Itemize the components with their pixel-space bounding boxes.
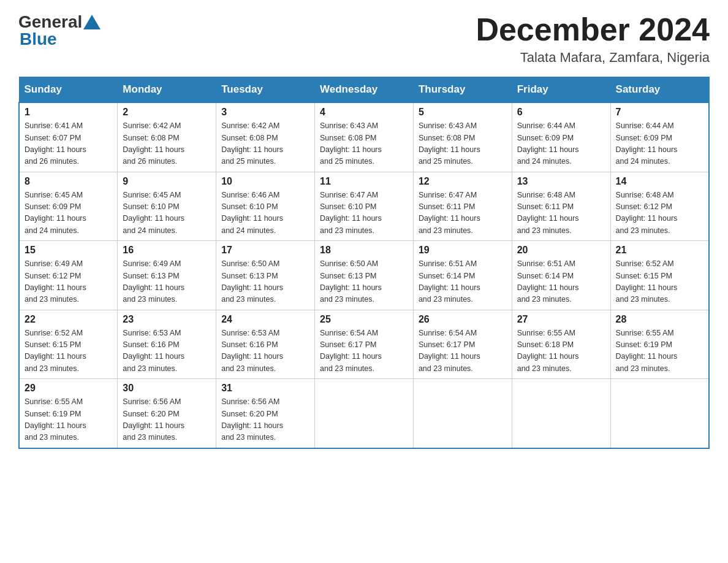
day-info: Sunrise: 6:49 AMSunset: 6:13 PMDaylight:… — [123, 259, 184, 304]
calendar-cell: 8 Sunrise: 6:45 AMSunset: 6:09 PMDayligh… — [19, 172, 118, 241]
calendar-cell: 25 Sunrise: 6:54 AMSunset: 6:17 PMDaylig… — [315, 310, 414, 379]
day-info: Sunrise: 6:46 AMSunset: 6:10 PMDaylight:… — [221, 191, 283, 235]
calendar-week-row: 8 Sunrise: 6:45 AMSunset: 6:09 PMDayligh… — [19, 172, 709, 241]
weekday-header-thursday: Thursday — [413, 77, 512, 103]
day-info: Sunrise: 6:52 AMSunset: 6:15 PMDaylight:… — [616, 259, 678, 304]
calendar-cell: 15 Sunrise: 6:49 AMSunset: 6:12 PMDaylig… — [19, 241, 118, 310]
day-number: 19 — [419, 245, 507, 256]
day-number: 10 — [221, 176, 309, 187]
calendar-cell: 9 Sunrise: 6:45 AMSunset: 6:10 PMDayligh… — [118, 172, 216, 241]
day-info: Sunrise: 6:49 AMSunset: 6:12 PMDaylight:… — [25, 259, 86, 304]
weekday-header-saturday: Saturday — [610, 77, 709, 103]
day-number: 25 — [320, 314, 408, 325]
day-number: 4 — [320, 107, 408, 118]
calendar-header-row: SundayMondayTuesdayWednesdayThursdayFrid… — [19, 77, 709, 103]
day-info: Sunrise: 6:43 AMSunset: 6:08 PMDaylight:… — [419, 121, 480, 166]
day-info: Sunrise: 6:51 AMSunset: 6:14 PMDaylight:… — [517, 259, 579, 304]
location-title: Talata Mafara, Zamfara, Nigeria — [476, 50, 710, 66]
day-info: Sunrise: 6:43 AMSunset: 6:08 PMDaylight:… — [320, 121, 382, 166]
calendar-cell: 10 Sunrise: 6:46 AMSunset: 6:10 PMDaylig… — [216, 172, 315, 241]
calendar-cell: 18 Sunrise: 6:50 AMSunset: 6:13 PMDaylig… — [315, 241, 414, 310]
day-info: Sunrise: 6:45 AMSunset: 6:09 PMDaylight:… — [25, 191, 86, 235]
day-info: Sunrise: 6:42 AMSunset: 6:08 PMDaylight:… — [221, 121, 283, 166]
day-info: Sunrise: 6:44 AMSunset: 6:09 PMDaylight:… — [616, 121, 678, 166]
calendar-week-row: 15 Sunrise: 6:49 AMSunset: 6:12 PMDaylig… — [19, 241, 709, 310]
day-number: 20 — [517, 245, 605, 256]
calendar-cell: 13 Sunrise: 6:48 AMSunset: 6:11 PMDaylig… — [512, 172, 610, 241]
day-number: 16 — [123, 245, 211, 256]
day-number: 27 — [517, 314, 605, 325]
calendar-cell: 31 Sunrise: 6:56 AMSunset: 6:20 PMDaylig… — [216, 379, 315, 448]
day-number: 17 — [221, 245, 309, 256]
day-info: Sunrise: 6:50 AMSunset: 6:13 PMDaylight:… — [221, 259, 283, 304]
calendar-cell: 6 Sunrise: 6:44 AMSunset: 6:09 PMDayligh… — [512, 102, 610, 172]
day-number: 26 — [419, 314, 507, 325]
calendar-cell: 20 Sunrise: 6:51 AMSunset: 6:14 PMDaylig… — [512, 241, 610, 310]
day-number: 2 — [123, 107, 211, 118]
calendar-cell: 11 Sunrise: 6:47 AMSunset: 6:10 PMDaylig… — [315, 172, 414, 241]
logo-blue: Blue — [20, 29, 57, 48]
day-number: 12 — [419, 176, 507, 187]
calendar-cell — [315, 379, 414, 448]
day-info: Sunrise: 6:55 AMSunset: 6:19 PMDaylight:… — [25, 397, 86, 442]
calendar-week-row: 29 Sunrise: 6:55 AMSunset: 6:19 PMDaylig… — [19, 379, 709, 448]
calendar-cell: 5 Sunrise: 6:43 AMSunset: 6:08 PMDayligh… — [413, 102, 512, 172]
calendar-cell: 21 Sunrise: 6:52 AMSunset: 6:15 PMDaylig… — [610, 241, 709, 310]
day-info: Sunrise: 6:50 AMSunset: 6:13 PMDaylight:… — [320, 259, 382, 304]
day-info: Sunrise: 6:54 AMSunset: 6:17 PMDaylight:… — [419, 329, 480, 373]
calendar-week-row: 1 Sunrise: 6:41 AMSunset: 6:07 PMDayligh… — [19, 102, 709, 172]
day-info: Sunrise: 6:52 AMSunset: 6:15 PMDaylight:… — [25, 329, 86, 373]
day-number: 7 — [616, 107, 703, 118]
day-number: 29 — [25, 383, 112, 394]
calendar-cell: 27 Sunrise: 6:55 AMSunset: 6:18 PMDaylig… — [512, 310, 610, 379]
day-number: 24 — [221, 314, 309, 325]
calendar-cell: 26 Sunrise: 6:54 AMSunset: 6:17 PMDaylig… — [413, 310, 512, 379]
day-info: Sunrise: 6:55 AMSunset: 6:19 PMDaylight:… — [616, 329, 678, 373]
weekday-header-monday: Monday — [118, 77, 216, 103]
day-number: 15 — [25, 245, 112, 256]
calendar-cell: 3 Sunrise: 6:42 AMSunset: 6:08 PMDayligh… — [216, 102, 315, 172]
calendar-cell — [610, 379, 709, 448]
day-info: Sunrise: 6:54 AMSunset: 6:17 PMDaylight:… — [320, 329, 382, 373]
title-block: December 2024 Talata Mafara, Zamfara, Ni… — [476, 12, 710, 66]
day-info: Sunrise: 6:42 AMSunset: 6:08 PMDaylight:… — [123, 121, 184, 166]
day-info: Sunrise: 6:53 AMSunset: 6:16 PMDaylight:… — [123, 329, 184, 373]
calendar-cell: 22 Sunrise: 6:52 AMSunset: 6:15 PMDaylig… — [19, 310, 118, 379]
day-number: 13 — [517, 176, 605, 187]
calendar-cell: 23 Sunrise: 6:53 AMSunset: 6:16 PMDaylig… — [118, 310, 216, 379]
day-number: 3 — [221, 107, 309, 118]
day-info: Sunrise: 6:41 AMSunset: 6:07 PMDaylight:… — [25, 121, 86, 166]
logo: General Blue — [18, 12, 102, 49]
day-number: 22 — [25, 314, 112, 325]
calendar-cell: 29 Sunrise: 6:55 AMSunset: 6:19 PMDaylig… — [19, 379, 118, 448]
day-number: 11 — [320, 176, 408, 187]
day-info: Sunrise: 6:56 AMSunset: 6:20 PMDaylight:… — [221, 397, 283, 442]
day-info: Sunrise: 6:51 AMSunset: 6:14 PMDaylight:… — [419, 259, 480, 304]
calendar-table: SundayMondayTuesdayWednesdayThursdayFrid… — [18, 77, 710, 449]
calendar-cell: 30 Sunrise: 6:56 AMSunset: 6:20 PMDaylig… — [118, 379, 216, 448]
day-info: Sunrise: 6:44 AMSunset: 6:09 PMDaylight:… — [517, 121, 579, 166]
calendar-cell — [512, 379, 610, 448]
calendar-cell: 17 Sunrise: 6:50 AMSunset: 6:13 PMDaylig… — [216, 241, 315, 310]
day-number: 5 — [419, 107, 507, 118]
weekday-header-friday: Friday — [512, 77, 610, 103]
calendar-cell: 28 Sunrise: 6:55 AMSunset: 6:19 PMDaylig… — [610, 310, 709, 379]
calendar-cell: 1 Sunrise: 6:41 AMSunset: 6:07 PMDayligh… — [19, 102, 118, 172]
day-number: 14 — [616, 176, 703, 187]
month-title: December 2024 — [476, 12, 710, 47]
calendar-cell: 16 Sunrise: 6:49 AMSunset: 6:13 PMDaylig… — [118, 241, 216, 310]
day-info: Sunrise: 6:47 AMSunset: 6:10 PMDaylight:… — [320, 191, 382, 235]
page-header: General Blue December 2024 Talata Mafara… — [18, 12, 710, 66]
calendar-cell: 19 Sunrise: 6:51 AMSunset: 6:14 PMDaylig… — [413, 241, 512, 310]
day-number: 21 — [616, 245, 703, 256]
weekday-header-sunday: Sunday — [19, 77, 118, 103]
weekday-header-tuesday: Tuesday — [216, 77, 315, 103]
calendar-cell — [413, 379, 512, 448]
day-number: 9 — [123, 176, 211, 187]
day-info: Sunrise: 6:48 AMSunset: 6:11 PMDaylight:… — [517, 191, 579, 235]
day-number: 8 — [25, 176, 112, 187]
weekday-header-wednesday: Wednesday — [315, 77, 414, 103]
logo-triangle-icon — [83, 15, 100, 29]
day-info: Sunrise: 6:47 AMSunset: 6:11 PMDaylight:… — [419, 191, 480, 235]
day-number: 30 — [123, 383, 211, 394]
